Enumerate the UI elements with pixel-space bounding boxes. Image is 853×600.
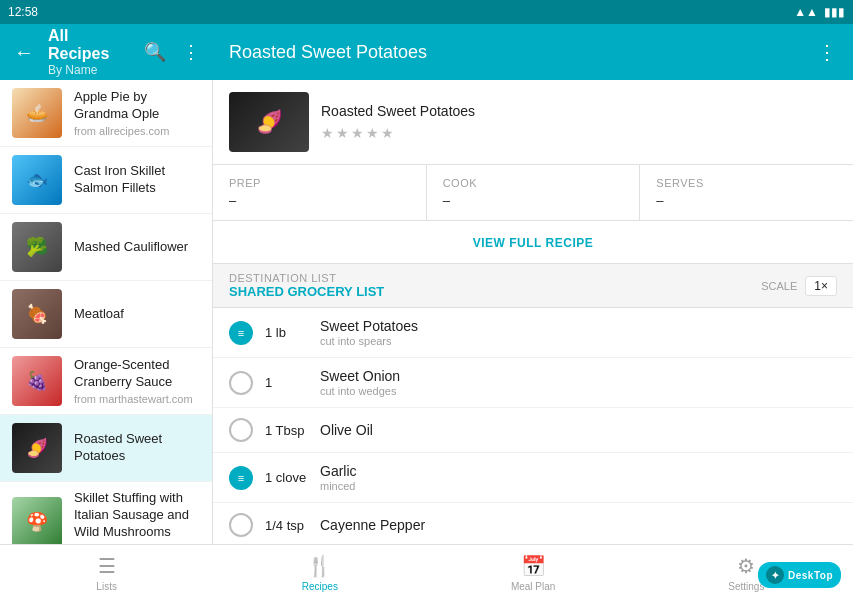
status-bar: 12:58 ▲▲ ▮▮▮: [0, 0, 853, 24]
more-icon[interactable]: ⋮: [177, 38, 205, 66]
recipe-stars[interactable]: ★ ★ ★ ★ ★: [321, 125, 837, 141]
ingredient-name-1: Sweet Onion: [320, 368, 837, 384]
ingredient-note-3: minced: [320, 480, 837, 492]
sidebar-item-image-3: 🥦: [12, 222, 62, 272]
destination-list-name[interactable]: SHARED GROCERY LIST: [229, 284, 384, 299]
sidebar-item-7[interactable]: 🍄 Skillet Stuffing with Italian Sausage …: [0, 482, 212, 544]
nav-icon-lists: ☰: [98, 554, 116, 578]
cook-label: COOK: [443, 177, 624, 189]
sidebar-item-image-7: 🍄: [12, 497, 62, 544]
star-4[interactable]: ★: [366, 125, 379, 141]
content-area: 🥧 Apple Pie by Grandma Ople from allreci…: [0, 80, 853, 544]
star-3[interactable]: ★: [351, 125, 364, 141]
status-time: 12:58: [8, 5, 38, 19]
status-icons: ▲▲ ▮▮▮: [794, 5, 845, 19]
ingredient-qty-2: 1 Tbsp: [265, 423, 320, 438]
sidebar-item-text-1: Apple Pie by Grandma Ople from allrecipe…: [74, 89, 200, 137]
ingredient-list-icon-3[interactable]: ≡: [229, 466, 253, 490]
sidebar-item-text-2: Cast Iron Skillet Salmon Fillets: [74, 163, 200, 197]
watermark: ✦ DeskTop: [758, 562, 841, 588]
sidebar-item-name-4: Meatloaf: [74, 306, 200, 323]
sidebar-header: ← All Recipes By Name 🔍 ⋮: [0, 24, 213, 80]
ingredient-row-2: 1 Tbsp Olive Oil: [213, 408, 853, 453]
main-header: Roasted Sweet Potatoes ⋮: [213, 24, 853, 80]
ingredient-checkbox-1[interactable]: [229, 371, 253, 395]
search-icon[interactable]: 🔍: [141, 38, 169, 66]
cook-cell: COOK –: [427, 165, 641, 220]
ingredient-checkbox-2[interactable]: [229, 418, 253, 442]
sidebar: 🥧 Apple Pie by Grandma Ople from allreci…: [0, 80, 213, 544]
sidebar-item-text-5: Orange-Scented Cranberry Sauce from mart…: [74, 357, 200, 405]
sidebar-item-image-2: 🐟: [12, 155, 62, 205]
main-menu-icon[interactable]: ⋮: [817, 40, 837, 64]
ingredient-name-3: Garlic: [320, 463, 837, 479]
watermark-icon: ✦: [766, 566, 784, 584]
ingredient-qty-4: 1/4 tsp: [265, 518, 320, 533]
nav-icon-recipes: 🍴: [307, 554, 332, 578]
view-full-recipe-link[interactable]: VIEW FULL RECIPE: [473, 236, 593, 250]
ingredient-qty-0: 1 lb: [265, 325, 320, 340]
ingredient-row-3: ≡ 1 clove Garlic minced: [213, 453, 853, 503]
sidebar-item-3[interactable]: 🥦 Mashed Cauliflower: [0, 214, 212, 281]
ingredient-row-1: 1 Sweet Onion cut into wedges: [213, 358, 853, 408]
recipe-image: 🍠: [229, 92, 309, 152]
stats-row: PREP – COOK – SERVES –: [213, 165, 853, 221]
sidebar-item-2[interactable]: 🐟 Cast Iron Skillet Salmon Fillets: [0, 147, 212, 214]
prep-label: PREP: [229, 177, 410, 189]
prep-value: –: [229, 193, 410, 208]
sidebar-item-image-1: 🥧: [12, 88, 62, 138]
sidebar-item-source-5: from marthastewart.com: [74, 393, 200, 405]
sidebar-item-1[interactable]: 🥧 Apple Pie by Grandma Ople from allreci…: [0, 80, 212, 147]
scale-value[interactable]: 1×: [805, 276, 837, 296]
sidebar-item-name-1: Apple Pie by Grandma Ople: [74, 89, 200, 123]
ingredient-qty-1: 1: [265, 375, 320, 390]
sidebar-item-text-6: Roasted Sweet Potatoes: [74, 431, 200, 465]
sidebar-item-source-1: from allrecipes.com: [74, 125, 200, 137]
ingredient-note-0: cut into spears: [320, 335, 837, 347]
star-2[interactable]: ★: [336, 125, 349, 141]
sidebar-item-text-7: Skillet Stuffing with Italian Sausage an…: [74, 490, 200, 544]
ingredient-name-col-4: Cayenne Pepper: [320, 517, 837, 533]
sidebar-item-text-4: Meatloaf: [74, 306, 200, 323]
sidebar-item-image-4: 🍖: [12, 289, 62, 339]
cook-value: –: [443, 193, 624, 208]
ingredient-name-2: Olive Oil: [320, 422, 837, 438]
nav-icon-settings: ⚙: [737, 554, 755, 578]
back-button[interactable]: ←: [8, 41, 40, 64]
ingredient-row-4: 1/4 tsp Cayenne Pepper: [213, 503, 853, 544]
watermark-text: DeskTop: [788, 570, 833, 581]
sidebar-item-5[interactable]: 🍇 Orange-Scented Cranberry Sauce from ma…: [0, 348, 212, 415]
destination-left: DESTINATION LIST SHARED GROCERY LIST: [229, 272, 384, 299]
sidebar-item-4[interactable]: 🍖 Meatloaf: [0, 281, 212, 348]
star-5[interactable]: ★: [381, 125, 394, 141]
bottom-nav: ☰ Lists 🍴 Recipes 📅 Meal Plan ⚙ Settings: [0, 544, 853, 600]
sidebar-item-name-5: Orange-Scented Cranberry Sauce: [74, 357, 200, 391]
serves-value: –: [656, 193, 837, 208]
nav-item-recipes[interactable]: 🍴 Recipes: [213, 545, 426, 600]
star-1[interactable]: ★: [321, 125, 334, 141]
nav-item-lists[interactable]: ☰ Lists: [0, 545, 213, 600]
main-header-title: Roasted Sweet Potatoes: [229, 42, 427, 63]
nav-label-mealplan: Meal Plan: [511, 581, 555, 592]
ingredient-list-icon-0[interactable]: ≡: [229, 321, 253, 345]
view-full-recipe-section: VIEW FULL RECIPE: [213, 221, 853, 264]
serves-cell: SERVES –: [640, 165, 853, 220]
ingredient-name-4: Cayenne Pepper: [320, 517, 837, 533]
ingredient-checkbox-4[interactable]: [229, 513, 253, 537]
sidebar-item-6[interactable]: 🍠 Roasted Sweet Potatoes: [0, 415, 212, 482]
sidebar-item-name-3: Mashed Cauliflower: [74, 239, 200, 256]
nav-item-mealplan[interactable]: 📅 Meal Plan: [427, 545, 640, 600]
sidebar-header-text: All Recipes By Name: [48, 27, 133, 77]
sidebar-header-icons: 🔍 ⋮: [141, 38, 205, 66]
sidebar-item-name-7: Skillet Stuffing with Italian Sausage an…: [74, 490, 200, 541]
sidebar-item-name-2: Cast Iron Skillet Salmon Fillets: [74, 163, 200, 197]
ingredient-note-1: cut into wedges: [320, 385, 837, 397]
ingredient-name-col-3: Garlic minced: [320, 463, 837, 492]
ingredient-name-0: Sweet Potatoes: [320, 318, 837, 334]
nav-icon-mealplan: 📅: [521, 554, 546, 578]
top-bars: ← All Recipes By Name 🔍 ⋮ Roasted Sweet …: [0, 24, 853, 80]
nav-label-recipes: Recipes: [302, 581, 338, 592]
recipe-hero: 🍠 Roasted Sweet Potatoes ★ ★ ★ ★ ★: [213, 80, 853, 165]
sidebar-item-image-5: 🍇: [12, 356, 62, 406]
nav-label-lists: Lists: [96, 581, 117, 592]
